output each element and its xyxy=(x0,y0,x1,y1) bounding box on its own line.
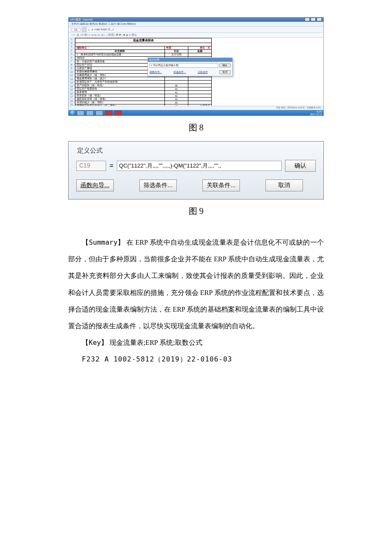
ok-button[interactable]: 确认 xyxy=(285,160,316,172)
assoc-button[interactable]: 关联条件... xyxy=(202,179,240,191)
cell-ref-box[interactable]: C19 xyxy=(76,161,106,171)
erp-screenshot-fig8: UFO报表 - [report2] 文件(F) 编辑(E) 格式(S) 数据(D… xyxy=(68,17,324,116)
taskbar-item[interactable] xyxy=(95,110,103,116)
taskbar-item[interactable] xyxy=(105,110,112,116)
taskbar-item[interactable] xyxy=(114,110,122,116)
table-row[interactable]: 投资损失（减：收益）42 xyxy=(75,94,212,98)
check-icon[interactable]: ✓ xyxy=(88,28,90,31)
menu-bar[interactable]: 文件(F) 编辑(E) 格式(S) 数据(D) 工具(T) 窗口(W) 帮助(H… xyxy=(69,22,323,27)
table-row[interactable]: 预提费用增加（减：减少） xyxy=(75,77,212,81)
toolbar-icon[interactable] xyxy=(82,27,86,32)
table-row[interactable]: 资产的损失（减：收益）39 xyxy=(75,84,212,87)
key-text: 现金流量表;ERP 系统;取数公式 xyxy=(108,339,202,346)
ok-button[interactable]: 确认 xyxy=(219,64,231,67)
cell-reference-box[interactable]: C6 xyxy=(71,28,81,32)
table-title: 现金流量表附表 xyxy=(75,38,212,43)
table-row[interactable]: 存货的减少（减：增加）44 xyxy=(75,101,212,104)
table-row[interactable]: 处置固定资产、无形资产和其他长期 xyxy=(75,81,212,84)
figure-9-caption: 图 9 xyxy=(68,205,324,217)
function-wizard-button[interactable]: 函数向导... xyxy=(150,70,162,74)
body-text-block: 【Summary】 在 ERP 系统中自动生成现金流量表是会计信息化不可或缺的一… xyxy=(68,234,324,368)
header-compile-unit: 编制单位： xyxy=(75,46,165,50)
cross-icon[interactable]: ✕ xyxy=(91,28,93,31)
col-header-c: 金额 xyxy=(188,50,211,53)
assoc-button[interactable]: 关联条件 xyxy=(198,70,208,74)
taskbar[interactable]: 5:25 2017-11-9 xyxy=(69,110,323,116)
filter-button[interactable]: 筛选条件... xyxy=(139,179,177,191)
window-buttons[interactable] xyxy=(304,17,322,22)
table-row[interactable]: 递延税款贷项（减：借项）43 xyxy=(75,98,212,101)
function-wizard-button[interactable]: 函数向导... xyxy=(76,179,114,191)
col-header-a: 补充资料 xyxy=(75,50,165,53)
window-titlebar: UFO报表 - [report2] xyxy=(69,17,323,22)
formula-input[interactable]: QC("1122",月,,,,"",,,,,)-QM("1122",月,,,,"… xyxy=(117,161,282,171)
window-title: UFO报表 - [report2] xyxy=(70,18,92,22)
row-number-gutter: 123456789101112131415161718192021222324 xyxy=(69,38,75,113)
dialog-title: 定义公式 xyxy=(148,58,232,62)
header-year: 年度 xyxy=(164,46,188,50)
status-bar: 准备 帐套：[001]demo 操作员：张建(帐套主管) xyxy=(69,106,323,110)
col-header-b: 行次 xyxy=(164,50,188,53)
dialog-title: 定义公式 xyxy=(76,146,316,160)
start-orb-icon[interactable] xyxy=(70,110,75,115)
filter-button[interactable]: 筛选条件... xyxy=(173,70,186,74)
formula-dialog-fig8[interactable]: 定义公式 确认 函数向导... 筛选条件... 关联条件 取消 xyxy=(147,58,233,76)
table-row[interactable]: 固定资产报废损失40 xyxy=(75,87,212,91)
cancel-button[interactable]: 取消 xyxy=(265,179,303,191)
secondary-toolbar[interactable]: □ ☞ 目 | ☒ 国 | ✂ ⧉ ⧉ | A↓ ⧉ | · | 国 国 | ⇄… xyxy=(69,33,323,38)
key-label: 【Key】 xyxy=(82,338,108,347)
equals-sign: = xyxy=(110,162,113,170)
cashflow-annex-table[interactable]: 现金流量表附表 编制单位： 年度 单位：元 补充资料 行次 金额 1、将净利润调… xyxy=(75,38,212,116)
classification-codes: F232 A 1002-5812（2019）22-0106-03 xyxy=(68,351,324,367)
table-row[interactable]: 1、将净利润调节为经营活动的现金流量：关于空间 xyxy=(75,53,212,57)
taskbar-item[interactable] xyxy=(77,110,84,116)
header-unit: 单位：元 xyxy=(188,46,211,50)
formula-dialog-fig9: 定义公式 C19 = QC("1122",月,,,,"",,,,,)-QM("1… xyxy=(68,141,324,199)
taskbar-clock: 5:25 2017-11-9 xyxy=(310,110,322,116)
figure-8-caption: 图 8 xyxy=(68,122,324,133)
taskbar-item[interactable] xyxy=(86,110,94,116)
cancel-button[interactable]: 取消 xyxy=(219,70,231,74)
summary-label: 【Summary】 xyxy=(82,238,125,246)
table-row[interactable]: 财务费用41 xyxy=(75,91,212,94)
summary-text: 在 ERP 系统中自动生成现金流量表是会计信息化不可或缺的一个部分，但由于多种原… xyxy=(68,239,324,330)
formula-toolbar: C6 ✓ ✕ =JE("4103",月,,,) xyxy=(69,27,323,33)
spreadsheet-area[interactable]: 现金流量表附表 编制单位： 年度 单位：元 补充资料 行次 金额 1、将净利润调… xyxy=(75,38,323,113)
formula-input[interactable] xyxy=(150,63,218,68)
formula-bar-value[interactable]: =JE("4103",月,,,) xyxy=(95,28,114,32)
